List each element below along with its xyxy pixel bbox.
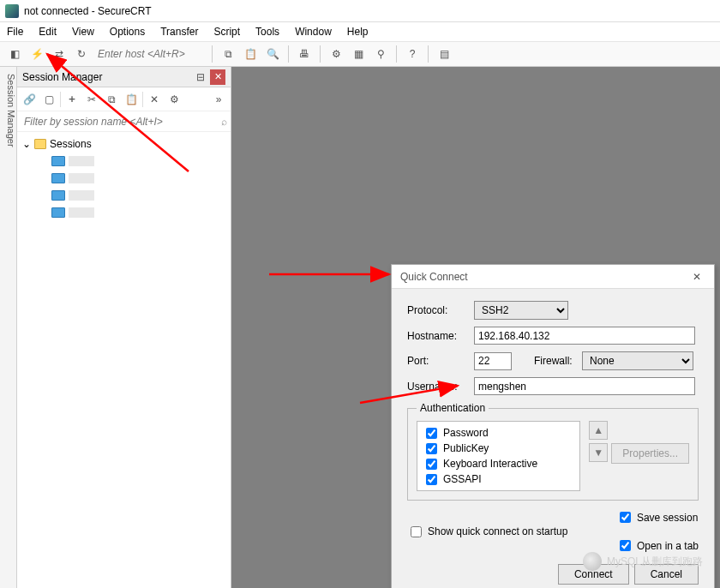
save-session-checkbox[interactable]: Save session <box>616 509 699 525</box>
find-icon[interactable]: 🔍 <box>263 45 282 63</box>
session-item[interactable] <box>22 187 225 204</box>
open-in-tab-checkbox[interactable]: Open in a tab <box>616 537 699 554</box>
menu-transfer[interactable]: Transfer <box>160 26 198 38</box>
search-icon[interactable]: ⌕ <box>221 116 227 128</box>
menu-view[interactable]: View <box>72 26 94 38</box>
chevron-down-icon[interactable]: ⌄ <box>22 138 31 150</box>
paste-icon[interactable]: 📋 <box>241 45 260 63</box>
auth-gssapi-checkbox[interactable] <box>426 474 437 485</box>
session-label <box>69 207 94 218</box>
menu-help[interactable]: Help <box>347 26 369 38</box>
panel-header: Session Manager ⊟ ✕ <box>17 67 231 87</box>
reconnect-icon[interactable]: ⇄ <box>50 45 69 63</box>
menu-window[interactable]: Window <box>295 26 332 38</box>
window-title: not connected - SecureCRT <box>24 5 152 17</box>
session-item[interactable] <box>22 153 225 170</box>
properties-button: Properties... <box>611 443 689 464</box>
cancel-button[interactable]: Cancel <box>634 564 699 585</box>
separator <box>320 45 321 63</box>
sftp-icon[interactable]: ▤ <box>435 45 453 63</box>
new-session-icon[interactable]: ＋ <box>63 91 81 108</box>
menu-edit[interactable]: Edit <box>39 26 57 38</box>
toolbar: ◧ ⚡ ⇄ ↻ ⧉ 📋 🔍 🖶 ⚙ ▦ ⚲ ? ▤ <box>0 41 720 67</box>
session-tree[interactable]: ⌄ Sessions <box>17 132 231 225</box>
terminal-icon <box>51 156 65 166</box>
session-manager-toggle-icon[interactable]: ◧ <box>5 45 24 63</box>
pin-icon[interactable]: ⊟ <box>193 69 208 85</box>
menubar: File Edit View Options Transfer Script T… <box>0 22 720 41</box>
session-options-icon[interactable]: ▦ <box>349 45 368 63</box>
protocol-label: Protocol: <box>407 304 474 316</box>
separator <box>60 92 61 107</box>
port-label: Port: <box>407 355 474 367</box>
tree-root[interactable]: ⌄ Sessions <box>22 135 225 153</box>
session-label <box>69 173 94 183</box>
copy-icon[interactable]: ⧉ <box>219 45 237 63</box>
separator <box>142 92 143 107</box>
auth-keyboard-checkbox[interactable] <box>426 459 437 470</box>
filter-input[interactable] <box>21 113 221 130</box>
cut-icon[interactable]: ✂ <box>83 91 100 108</box>
session-label <box>69 156 94 166</box>
auth-gssapi[interactable]: GSSAPI <box>423 471 574 487</box>
dialog-close-button[interactable]: ✕ <box>688 268 705 285</box>
auth-keyboard[interactable]: Keyboard Interactive <box>423 456 574 471</box>
separator <box>428 45 429 63</box>
auth-password-checkbox[interactable] <box>426 428 437 439</box>
print-icon[interactable]: 🖶 <box>295 45 314 63</box>
new-tab-icon[interactable]: ▢ <box>40 91 57 108</box>
session-label <box>69 190 94 201</box>
hostname-label: Hostname: <box>407 330 474 342</box>
firewall-select[interactable]: None <box>582 351 693 370</box>
separator <box>212 45 213 63</box>
reconnect-all-icon[interactable]: ↻ <box>72 45 91 63</box>
tree-root-label: Sessions <box>50 138 92 150</box>
quick-connect-dialog: Quick Connect ✕ Protocol: SSH2 Hostname:… <box>391 264 715 588</box>
terminal-icon <box>51 207 65 218</box>
sidebar-tab[interactable]: Session Manager <box>0 67 17 588</box>
quick-connect-icon[interactable]: ⚡ <box>27 45 46 63</box>
keymap-icon[interactable]: ⚲ <box>371 45 390 63</box>
auth-list[interactable]: Password PublicKey Keyboard Interactive … <box>417 421 580 491</box>
session-item[interactable] <box>22 170 225 187</box>
menu-file[interactable]: File <box>7 26 23 38</box>
terminal-icon <box>51 173 65 183</box>
move-down-button[interactable]: ▼ <box>589 443 608 462</box>
username-label: Username: <box>407 381 474 393</box>
show-on-startup-checkbox[interactable]: Show quick connect on startup <box>407 509 567 554</box>
port-input[interactable] <box>474 352 512 370</box>
overflow-icon[interactable]: » <box>210 91 227 108</box>
dialog-title: Quick Connect <box>400 271 468 283</box>
menu-options[interactable]: Options <box>110 26 145 38</box>
hostname-input[interactable] <box>474 327 695 345</box>
paste-session-icon[interactable]: 📋 <box>123 91 140 108</box>
dialog-titlebar: Quick Connect ✕ <box>392 265 714 289</box>
menu-tools[interactable]: Tools <box>255 26 279 38</box>
menu-script[interactable]: Script <box>213 26 240 38</box>
close-panel-button[interactable]: ✕ <box>210 69 225 85</box>
auth-legend: Authentication <box>417 402 489 414</box>
folder-icon <box>34 139 46 149</box>
separator <box>396 45 397 63</box>
help-icon[interactable]: ? <box>403 45 422 63</box>
delete-icon[interactable]: ✕ <box>146 91 163 108</box>
separator <box>288 45 289 63</box>
username-input[interactable] <box>474 377 695 395</box>
filter-row: ⌕ <box>17 111 231 132</box>
copy-session-icon[interactable]: ⧉ <box>103 91 120 108</box>
panel-toolbar: 🔗 ▢ ＋ ✂ ⧉ 📋 ✕ ⚙ » <box>17 87 231 111</box>
move-up-button[interactable]: ▲ <box>589 421 608 440</box>
protocol-select[interactable]: SSH2 <box>474 301 568 320</box>
firewall-label: Firewall: <box>534 355 582 367</box>
app-icon <box>5 4 19 18</box>
properties-icon[interactable]: ⚙ <box>165 91 183 108</box>
auth-publickey-checkbox[interactable] <box>426 443 437 454</box>
settings-icon[interactable]: ⚙ <box>327 45 345 63</box>
host-input[interactable] <box>94 45 206 63</box>
session-item[interactable] <box>22 204 225 221</box>
auth-password[interactable]: Password <box>423 425 574 441</box>
auth-publickey[interactable]: PublicKey <box>423 441 574 456</box>
connect-icon[interactable]: 🔗 <box>21 91 38 108</box>
connect-button[interactable]: Connect <box>558 564 629 585</box>
titlebar: not connected - SecureCRT <box>0 0 720 22</box>
